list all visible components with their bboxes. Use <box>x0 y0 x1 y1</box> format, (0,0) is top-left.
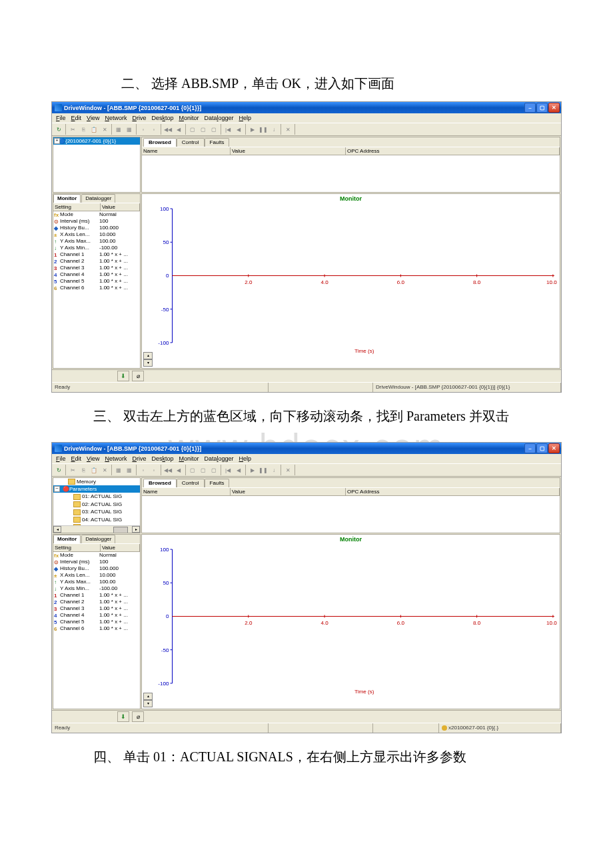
refresh-icon[interactable]: ↻ <box>53 465 64 475</box>
menu-bar[interactable]: FFileile Edit View Network Drive Desktop… <box>52 113 561 123</box>
setting-row[interactable]: ↑Y Axis Max...100.00 <box>53 238 140 245</box>
setting-row[interactable]: ⊙Interval (ms)100 <box>53 218 140 225</box>
setting-row[interactable]: 2Channel 21.00 * x + ... <box>53 599 140 605</box>
paste-icon[interactable]: 📋 <box>89 125 99 134</box>
tab-faults[interactable]: Faults <box>205 479 230 487</box>
rewind-icon[interactable]: ◀◀ <box>163 125 173 134</box>
menu-datalogger[interactable]: Datalogger <box>201 455 236 462</box>
download-icon[interactable]: ⬇ <box>117 711 129 722</box>
setting-row[interactable]: fxModeNormal <box>53 552 140 559</box>
download-icon[interactable]: ⬇ <box>117 371 129 381</box>
setting-row[interactable]: 5Channel 51.00 * x + ... <box>53 278 140 285</box>
scroll-right-icon[interactable]: ▸ <box>132 526 140 533</box>
tool-icon[interactable]: ◦ <box>149 125 159 134</box>
erase-icon[interactable]: ⌀ <box>132 371 144 381</box>
setting-row[interactable]: 4Channel 41.00 * x + ... <box>53 271 140 278</box>
step-down-icon[interactable]: ▾ <box>143 359 153 367</box>
tab-datalogger[interactable]: Datalogger <box>81 535 115 543</box>
cut-icon[interactable]: ✂ <box>67 465 78 475</box>
close-icon[interactable]: ✕ <box>548 103 560 113</box>
menu-view[interactable]: View <box>84 115 102 121</box>
pause-icon[interactable]: ❚❚ <box>258 125 269 134</box>
tool-icon[interactable]: ▦ <box>124 465 135 475</box>
minimize-icon[interactable]: – <box>524 103 536 113</box>
setting-row[interactable]: ⊙Interval (ms)100 <box>53 559 140 565</box>
data-grid[interactable]: Browsed Control Faults Name Value OPC Ad… <box>141 477 560 533</box>
setting-row[interactable]: ±X Axis Len...10.000 <box>53 572 140 579</box>
menu-edit[interactable]: Edit <box>69 115 85 121</box>
delete-icon[interactable]: ✕ <box>99 465 110 475</box>
copy-icon[interactable]: ⎘ <box>78 465 89 475</box>
menu-help[interactable]: Help <box>237 455 255 462</box>
menu-drive[interactable]: Drive <box>129 455 149 462</box>
setting-row[interactable]: fxModeNormal <box>53 211 140 218</box>
titlebar[interactable]: DriveWindow - [ABB.SMP {20100627-001 {0}… <box>52 443 561 454</box>
play-icon[interactable]: ▶ <box>247 465 258 475</box>
copy-icon[interactable]: ⎘ <box>78 125 89 134</box>
tool-icon[interactable]: ▢ <box>198 125 209 134</box>
maximize-icon[interactable]: ▢ <box>536 443 548 453</box>
tool-icon[interactable]: ▢ <box>187 125 198 134</box>
menu-datalogger[interactable]: Datalogger <box>201 115 236 121</box>
tree-item[interactable]: 03: ACTUAL SIG <box>53 508 140 515</box>
tool-icon[interactable]: ▦ <box>113 125 124 134</box>
setting-row[interactable]: ◆History Bu...100.000 <box>53 225 140 231</box>
chart-stepper[interactable]: ▴ ▾ <box>143 352 153 367</box>
menu-desktop[interactable]: Desktop <box>149 115 176 121</box>
refresh-icon[interactable]: ↻ <box>53 125 64 134</box>
setting-row[interactable]: 6Channel 61.00 * x + ... <box>53 625 140 632</box>
cut-icon[interactable]: ✂ <box>67 125 78 134</box>
rewind-icon[interactable]: ◀◀ <box>163 465 173 475</box>
close-icon[interactable]: ✕ <box>548 443 560 453</box>
setting-row[interactable]: 1Channel 11.00 * x + ... <box>53 251 140 258</box>
tab-faults[interactable]: Faults <box>205 138 230 147</box>
step-up-icon[interactable]: ▴ <box>143 352 153 359</box>
tool-icon[interactable]: ▦ <box>124 125 135 134</box>
menu-drive[interactable]: Drive <box>129 115 149 121</box>
clear-icon[interactable]: ✕ <box>283 125 293 134</box>
back-icon[interactable]: ◀ <box>233 465 244 475</box>
pause-icon[interactable]: ❚❚ <box>258 465 269 475</box>
menu-monitor[interactable]: Monitor <box>176 115 201 121</box>
minimize-icon[interactable]: – <box>524 443 536 453</box>
titlebar[interactable]: DriveWindow - [ABB.SMP {20100627-001 {0}… <box>52 102 561 113</box>
tool-icon[interactable]: ◦ <box>149 465 159 475</box>
menu-help[interactable]: Help <box>237 115 255 121</box>
setting-row[interactable]: ±X Axis Len...10.000 <box>53 231 140 238</box>
menu-edit[interactable]: Edit <box>69 455 85 462</box>
tree-scrollbar[interactable]: ◂ ▸ <box>53 525 140 533</box>
tree-item[interactable]: 04: ACTUAL SIG <box>53 516 140 523</box>
clear-icon[interactable]: ✕ <box>283 465 293 475</box>
tree-parameters[interactable]: –🔴Parameters <box>53 485 140 493</box>
tab-datalogger[interactable]: Datalogger <box>81 194 115 203</box>
prev-icon[interactable]: ◀ <box>173 465 184 475</box>
tab-control[interactable]: Control <box>177 138 205 147</box>
first-icon[interactable]: |◀ <box>223 465 233 475</box>
paste-icon[interactable]: 📋 <box>89 465 99 475</box>
tool-icon[interactable]: ▢ <box>187 465 198 475</box>
setting-row[interactable]: ↓Y Axis Min...-100.00 <box>53 585 140 592</box>
tree-pane[interactable]: Memory –🔴Parameters 01: ACTUAL SIG 02: A… <box>53 477 141 533</box>
tree-item[interactable]: 01: ACTUAL SIG <box>53 493 140 500</box>
setting-row[interactable]: 5Channel 51.00 * x + ... <box>53 619 140 625</box>
setting-row[interactable]: 1Channel 11.00 * x + ... <box>53 592 140 599</box>
tree-item[interactable]: 02: ACTUAL SIG <box>53 501 140 508</box>
tool-icon[interactable]: ◦ <box>138 465 149 475</box>
menu-desktop[interactable]: Desktop <box>149 455 176 462</box>
next-icon[interactable]: ↓ <box>269 125 279 134</box>
tab-monitor[interactable]: Monitor <box>53 194 81 203</box>
data-grid[interactable]: Browsed Control Faults Name Value OPC Ad… <box>141 137 560 193</box>
first-icon[interactable]: |◀ <box>223 125 233 134</box>
tool-icon[interactable]: ▢ <box>209 465 219 475</box>
step-up-icon[interactable]: ▴ <box>143 693 153 700</box>
setting-row[interactable]: ↓Y Axis Min...-100.00 <box>53 245 140 251</box>
delete-icon[interactable]: ✕ <box>99 125 110 134</box>
tree-root[interactable]: +🔵{20100627-001 {0}{1} <box>53 137 140 145</box>
setting-row[interactable]: ◆History Bu...100.000 <box>53 565 140 572</box>
setting-row[interactable]: 3Channel 31.00 * x + ... <box>53 265 140 271</box>
setting-row[interactable]: 2Channel 21.00 * x + ... <box>53 258 140 265</box>
settings-pane[interactable]: Monitor Datalogger SettingValue fxModeNo… <box>53 534 141 709</box>
tree-pane[interactable]: +🔵{20100627-001 {0}{1} <box>53 137 141 193</box>
chart-stepper[interactable]: ▴ ▾ <box>143 693 153 707</box>
next-icon[interactable]: ↓ <box>269 465 279 475</box>
